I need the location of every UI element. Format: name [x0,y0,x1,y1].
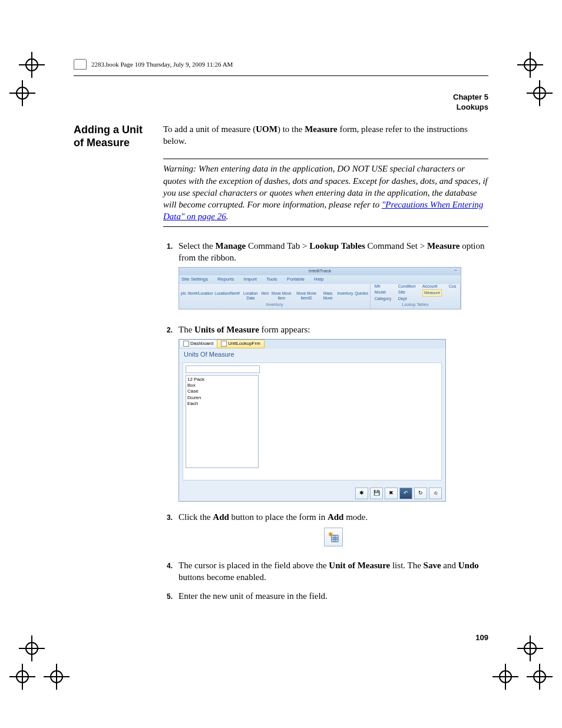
add-button-icon: ✱ [324,528,343,546]
page-number: 109 [74,633,488,642]
ribbon-title-bar: IntelliTrack− [179,268,461,275]
book-icon [74,59,87,70]
header-text: 2283.book Page 109 Thursday, July 9, 200… [91,61,233,68]
chapter-heading: Chapter 5 Lookups [74,93,488,113]
close-button[interactable]: ⎋ [429,487,442,499]
warning-block: Warning: When entering data in the appli… [163,159,488,226]
tab-reports[interactable]: Reports [217,276,234,282]
save-button[interactable]: 💾 [370,487,383,499]
step-2: 2. The Units of Measure form appears: Da… [163,324,488,504]
list-item[interactable]: Dozen [187,395,257,401]
add-button[interactable]: ✱ [355,487,368,499]
framemaker-header: 2283.book Page 109 Thursday, July 9, 200… [74,59,488,70]
form-toolbar: ✱ 💾 ✖ ↶ ↻ ⎋ [179,484,445,501]
tab-portable[interactable]: Portable [287,276,305,282]
section-heading: Adding a Unit of Measure [74,123,150,610]
header-rule [74,75,488,76]
list-item[interactable]: Case [187,388,257,394]
tab-icon [221,341,227,347]
measure-option[interactable]: Measure [422,289,442,296]
tab-help[interactable]: Help [314,276,323,282]
tab-tools[interactable]: Tools [266,276,277,282]
lookup-tables-group: Mfr Model Category Condition Site Dept [371,284,461,309]
ribbon-screenshot: IntelliTrack− Site Settings Reports Impo… [178,267,461,309]
list-item[interactable]: Each [187,401,257,407]
tab-unitlookupfrm[interactable]: UnitLookupFrm [217,340,265,348]
chapter-label: Chapter 5 [74,93,488,103]
uom-form-screenshot: Dashboard UnitLookupFrm Units Of Measure… [178,339,446,502]
delete-button[interactable]: ✖ [385,487,398,499]
tab-import[interactable]: Import [243,276,257,282]
uom-list[interactable]: 12 Pack Box Case Dozen Each [186,375,259,468]
tab-icon [183,341,189,347]
minimize-icon: − [454,268,457,274]
list-item[interactable]: Box [187,383,257,388]
step-5: 5. Enter the new unit of measure in the … [163,590,488,602]
tab-dashboard[interactable]: Dashboard [179,340,217,348]
uom-input-field[interactable] [186,365,260,373]
ribbon-tabs: Site Settings Reports Import Tools Porta… [179,275,461,284]
step-4: 4. The cursor is placed in the field abo… [163,559,488,584]
list-item[interactable]: 12 Pack [187,377,257,383]
refresh-button[interactable]: ↻ [414,487,427,499]
step-3: 3. Click the Add button to place the for… [163,511,488,552]
tab-site-settings[interactable]: Site Settings [181,276,208,282]
undo-button[interactable]: ↶ [399,487,412,499]
inventory-group: pts Item#/Location Location/Item# Locati… [179,284,371,309]
form-title: Units Of Measure [179,348,445,363]
grid-star-icon: ✱ [328,532,339,542]
chapter-title: Lookups [74,103,488,113]
svg-text:✱: ✱ [328,532,333,538]
intro-paragraph: To add a unit of measure (UOM) to the Me… [163,123,488,147]
step-1: 1. Select the Manage Command Tab > Looku… [163,240,488,317]
